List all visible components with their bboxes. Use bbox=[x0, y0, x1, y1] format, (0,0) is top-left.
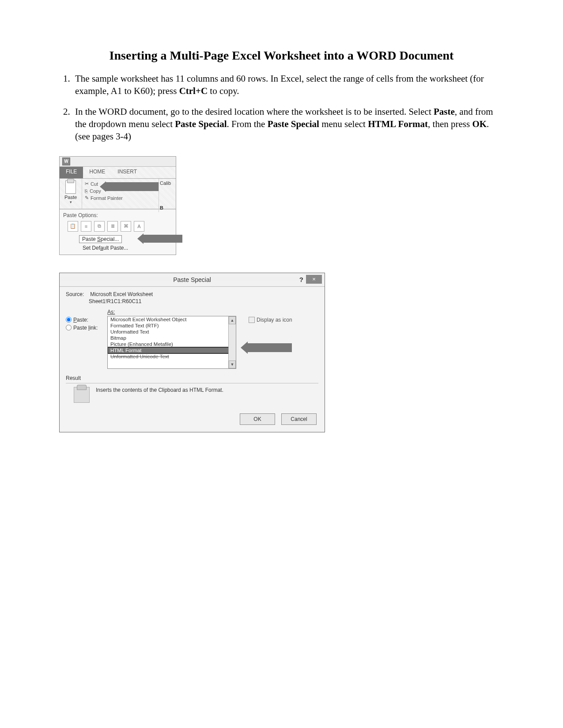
step-2-html: HTML Format bbox=[368, 119, 428, 129]
callout-arrow-paste-icon bbox=[106, 182, 159, 191]
brush-icon: ✎ bbox=[85, 195, 89, 201]
paste-text-only-icon[interactable]: A bbox=[134, 221, 144, 232]
copy-icon: ⎘ bbox=[85, 188, 88, 194]
bold-button[interactable]: B bbox=[160, 205, 175, 210]
step-1: The sample worksheet has 11 columns and … bbox=[72, 72, 506, 98]
paste-dropdown-arrow-icon[interactable]: ▾ bbox=[60, 200, 82, 204]
ribbon-body: Paste ▾ ✂ Cut ⎘ Copy ✎ Format Painter bbox=[60, 179, 176, 209]
paste-mode-radios: Paste: Paste link: bbox=[66, 309, 103, 333]
word-app-icon: W bbox=[62, 158, 70, 165]
step-2-text-a: In the WORD document, go to the desired … bbox=[75, 106, 434, 117]
radio-paste[interactable]: Paste: bbox=[66, 317, 103, 323]
paste-link-icon[interactable]: ⌘ bbox=[121, 221, 131, 232]
quick-access-toolbar: W bbox=[60, 157, 176, 167]
radio-paste-link[interactable]: Paste link: bbox=[66, 325, 103, 331]
paste-label: Paste bbox=[60, 195, 82, 200]
checkbox-icon[interactable] bbox=[249, 317, 255, 323]
radio-paste-link-input[interactable] bbox=[66, 325, 72, 330]
display-as-icon-label: Display as icon bbox=[257, 317, 292, 323]
source-reference: Sheet1!R1C1:R60C11 bbox=[89, 298, 318, 304]
step-1-text-a: The sample worksheet has 11 columns and … bbox=[75, 73, 484, 96]
paste-picture-icon[interactable]: ⧉ bbox=[94, 221, 105, 232]
ok-button[interactable]: OK bbox=[240, 413, 275, 425]
font-group-fragment: Calib B bbox=[159, 179, 176, 212]
radio-paste-link-label: Paste link: bbox=[73, 325, 98, 331]
step-2: In the WORD document, go to the desired … bbox=[72, 105, 506, 143]
font-name-fragment: Calib bbox=[160, 180, 175, 186]
step-1-text-c: to copy. bbox=[208, 86, 239, 96]
ribbon-tabs: FILE HOME INSERT bbox=[60, 167, 176, 179]
paste-button[interactable]: Paste ▾ bbox=[60, 179, 82, 209]
dialog-help-button[interactable]: ? bbox=[299, 276, 303, 283]
tab-file[interactable]: FILE bbox=[60, 167, 83, 178]
dialog-buttons: OK Cancel bbox=[66, 413, 318, 427]
step-2-paste-special2: Paste Special bbox=[268, 119, 319, 129]
set-default-paste-label: Set Default Paste... bbox=[83, 245, 128, 251]
paste-dropdown-menu: Paste Options: 📋 ≡ ⧉ ≣ ⌘ A Paste Special… bbox=[60, 209, 176, 255]
list-item[interactable]: Picture (Enhanced Metafile) bbox=[108, 341, 236, 347]
callout-arrow-html-format-icon bbox=[248, 343, 292, 352]
result-text: Inserts the contents of the Clipboard as… bbox=[96, 387, 318, 393]
step-2-text-g: menu select bbox=[319, 119, 368, 129]
paste-keep-source-icon[interactable]: 📋 bbox=[68, 221, 78, 232]
format-painter-label: Format Painter bbox=[91, 195, 123, 201]
dialog-titlebar: Paste Special ? × bbox=[60, 273, 325, 287]
clipboard-icon bbox=[65, 180, 76, 194]
dialog-title: Paste Special bbox=[173, 276, 211, 283]
instruction-list: The sample worksheet has 11 columns and … bbox=[57, 72, 506, 143]
result-label: Result bbox=[66, 375, 318, 381]
set-default-paste-menu-item[interactable]: Set Default Paste... bbox=[83, 245, 172, 251]
source-row: Source: Microsoft Excel Worksheet bbox=[66, 291, 318, 297]
format-listbox[interactable]: Microsoft Excel Worksheet Object Formatt… bbox=[107, 316, 236, 369]
cut-label: Cut bbox=[91, 181, 98, 187]
step-2-text-e: . From the bbox=[227, 119, 268, 129]
source-value: Microsoft Excel Worksheet bbox=[90, 291, 153, 297]
paste-options-header: Paste Options: bbox=[63, 212, 172, 218]
step-2-ok: OK bbox=[472, 119, 487, 129]
list-item[interactable]: Unformatted Text bbox=[108, 329, 236, 335]
ribbon-screenshot: W FILE HOME INSERT Paste ▾ ✂ Cut ⎘ Copy bbox=[59, 156, 176, 255]
scissors-icon: ✂ bbox=[85, 181, 89, 187]
source-label: Source: bbox=[66, 291, 89, 297]
scroll-down-icon[interactable]: ▼ bbox=[229, 360, 236, 368]
step-1-shortcut: Ctrl+C bbox=[179, 86, 208, 96]
paste-text-icon[interactable]: ≣ bbox=[107, 221, 118, 232]
display-as-icon-checkbox[interactable]: Display as icon bbox=[249, 317, 292, 323]
list-item[interactable]: Unformatted Unicode Text bbox=[108, 353, 236, 360]
callout-arrow-paste-special-icon bbox=[144, 235, 182, 243]
list-item[interactable]: Formatted Text (RTF) bbox=[108, 323, 236, 329]
page-title: Inserting a Multi-Page Excel Worksheet i… bbox=[57, 49, 506, 63]
radio-paste-label: Paste: bbox=[73, 317, 88, 323]
step-2-paste: Paste bbox=[434, 106, 455, 117]
step-2-paste-special: Paste Special bbox=[175, 119, 227, 129]
listbox-scrollbar[interactable]: ▲ ▼ bbox=[228, 316, 236, 368]
paste-special-label: Paste Special... bbox=[82, 236, 119, 242]
paste-merge-icon[interactable]: ≡ bbox=[81, 221, 91, 232]
tab-home[interactable]: HOME bbox=[83, 167, 111, 178]
list-item[interactable]: Microsoft Excel Worksheet Object bbox=[108, 316, 236, 323]
paste-option-icons: 📋 ≡ ⧉ ≣ ⌘ A bbox=[63, 221, 172, 232]
list-item-selected[interactable]: HTML Format bbox=[108, 347, 236, 353]
cancel-button[interactable]: Cancel bbox=[281, 413, 317, 425]
as-label: As: bbox=[107, 309, 115, 315]
radio-paste-input[interactable] bbox=[66, 317, 72, 323]
tab-insert[interactable]: INSERT bbox=[111, 167, 143, 178]
list-item[interactable]: Bitmap bbox=[108, 335, 236, 341]
paste-special-menu-item[interactable]: Paste Special... bbox=[79, 235, 122, 243]
step-2-text-i: , then press bbox=[428, 119, 472, 129]
copy-label: Copy bbox=[90, 188, 101, 194]
result-group: Result Inserts the contents of the Clipb… bbox=[66, 375, 318, 413]
paste-special-dialog: Paste Special ? × Source: Microsoft Exce… bbox=[59, 273, 325, 432]
dialog-close-button[interactable]: × bbox=[306, 275, 322, 284]
result-clipboard-icon bbox=[74, 387, 90, 403]
scroll-up-icon[interactable]: ▲ bbox=[229, 316, 236, 324]
